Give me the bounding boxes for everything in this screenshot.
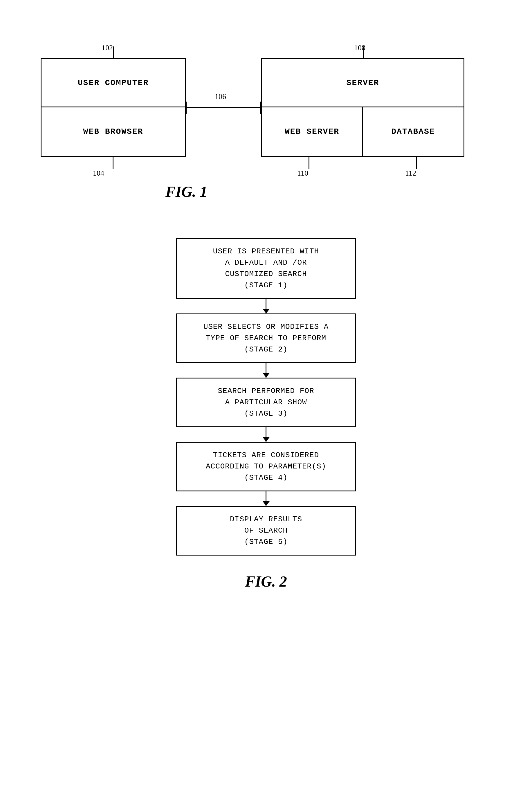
- server-bottom-area: WEB SERVER DATABASE: [262, 108, 463, 156]
- stage2-box: USER SELECTS OR MODIFIES A TYPE OF SEARC…: [176, 314, 356, 363]
- fig2-diagram: USER IS PRESENTED WITH A DEFAULT AND /OR…: [23, 238, 509, 590]
- flowchart: USER IS PRESENTED WITH A DEFAULT AND /OR…: [23, 238, 509, 556]
- fig1-label: FIG. 1: [165, 183, 207, 200]
- stage5-box: DISPLAY RESULTS OF SEARCH (STAGE 5): [176, 506, 356, 556]
- web-server-label: WEB SERVER: [285, 127, 339, 136]
- ref-102: 102: [101, 44, 113, 52]
- user-computer-label-area: USER COMPUTER: [42, 59, 185, 108]
- database-label: DATABASE: [391, 127, 435, 136]
- web-server-area: WEB SERVER: [262, 108, 363, 156]
- tick-left: [186, 101, 187, 114]
- stage4-box: TICKETS ARE CONSIDERED ACCORDING TO PARA…: [176, 442, 356, 491]
- server-box: SERVER WEB SERVER DATABASE: [261, 58, 464, 157]
- fig1-diagram: 102 108 USER COMPUTER WEB BROWSER 106: [23, 35, 509, 203]
- arrow-1-2: [265, 299, 267, 314]
- server-label: SERVER: [347, 78, 379, 87]
- stage4-text: TICKETS ARE CONSIDERED ACCORDING TO PARA…: [189, 449, 344, 484]
- bottom-tick-s1: [308, 157, 309, 169]
- stage2-text: USER SELECTS OR MODIFIES A TYPE OF SEARC…: [189, 321, 344, 355]
- stage5-text: DISPLAY RESULTS OF SEARCH (STAGE 5): [189, 514, 344, 548]
- stage1-text: USER IS PRESENTED WITH A DEFAULT AND /OR…: [189, 246, 344, 291]
- connection-line: [186, 107, 261, 108]
- ref-112: 112: [405, 169, 416, 178]
- bottom-tick-uc: [113, 157, 114, 169]
- arrow-2-3: [265, 363, 267, 378]
- ref-108: 108: [354, 44, 365, 52]
- page: 102 108 USER COMPUTER WEB BROWSER 106: [0, 0, 532, 786]
- bottom-tick-s2: [416, 157, 417, 169]
- database-area: DATABASE: [363, 108, 463, 156]
- server-label-area: SERVER: [262, 59, 463, 108]
- ref-106: 106: [215, 92, 226, 101]
- web-browser-label-area: WEB BROWSER: [42, 108, 185, 156]
- fig2-label: FIG. 2: [23, 573, 509, 590]
- web-browser-label: WEB BROWSER: [83, 127, 143, 136]
- user-computer-box: USER COMPUTER WEB BROWSER: [41, 58, 186, 157]
- user-computer-label: USER COMPUTER: [78, 78, 148, 87]
- stage3-text: SEARCH PERFORMED FOR A PARTICULAR SHOW (…: [189, 386, 344, 419]
- stage3-box: SEARCH PERFORMED FOR A PARTICULAR SHOW (…: [176, 378, 356, 427]
- ref-110: 110: [297, 169, 308, 178]
- stage1-box: USER IS PRESENTED WITH A DEFAULT AND /OR…: [176, 238, 356, 299]
- arrow-4-5: [265, 491, 267, 506]
- arrow-3-4: [265, 427, 267, 442]
- ref-104: 104: [93, 169, 104, 178]
